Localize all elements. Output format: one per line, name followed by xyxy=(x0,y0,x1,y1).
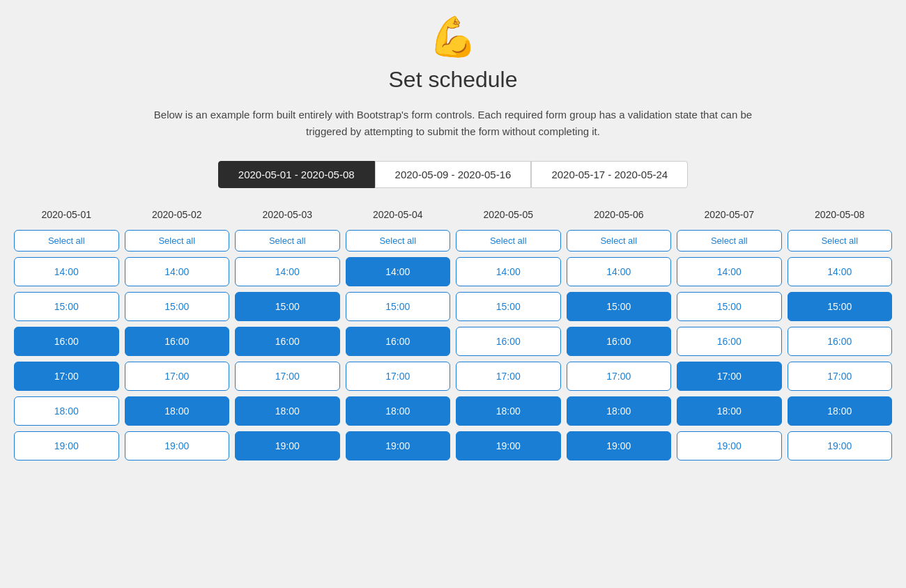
select-all-btn-4[interactable]: Select all xyxy=(456,230,561,252)
day-header-3: 2020-05-04 xyxy=(373,209,423,220)
time-btn-5-4[interactable]: 18:00 xyxy=(567,396,672,426)
time-btn-1-4[interactable]: 18:00 xyxy=(125,396,230,426)
day-header-0: 2020-05-01 xyxy=(41,209,91,220)
day-header-7: 2020-05-08 xyxy=(815,209,865,220)
select-all-btn-3[interactable]: Select all xyxy=(346,230,451,252)
time-btn-4-3[interactable]: 17:00 xyxy=(456,362,561,391)
time-btn-3-2[interactable]: 16:00 xyxy=(346,327,451,356)
select-all-btn-7[interactable]: Select all xyxy=(788,230,893,252)
tab-2[interactable]: 2020-05-17 - 2020-05-24 xyxy=(531,161,688,188)
select-all-btn-2[interactable]: Select all xyxy=(235,230,340,252)
day-column-1: 2020-05-02Select all14:0015:0016:0017:00… xyxy=(125,209,230,461)
day-column-2: 2020-05-03Select all14:0015:0016:0017:00… xyxy=(235,209,340,461)
time-btn-2-5[interactable]: 19:00 xyxy=(235,431,340,461)
time-btn-2-0[interactable]: 14:00 xyxy=(235,257,340,286)
time-btn-2-3[interactable]: 17:00 xyxy=(235,362,340,391)
time-btn-7-3[interactable]: 17:00 xyxy=(788,362,893,391)
time-btn-1-2[interactable]: 16:00 xyxy=(125,327,230,356)
time-btn-4-4[interactable]: 18:00 xyxy=(456,396,561,426)
time-btn-4-5[interactable]: 19:00 xyxy=(456,431,561,461)
time-btn-6-3[interactable]: 17:00 xyxy=(677,362,782,391)
time-btn-4-1[interactable]: 15:00 xyxy=(456,292,561,321)
select-all-btn-1[interactable]: Select all xyxy=(125,230,230,252)
day-header-5: 2020-05-06 xyxy=(594,209,644,220)
time-btn-7-0[interactable]: 14:00 xyxy=(788,257,893,286)
day-column-3: 2020-05-04Select all14:0015:0016:0017:00… xyxy=(346,209,451,461)
time-btn-1-3[interactable]: 17:00 xyxy=(125,362,230,391)
time-btn-5-2[interactable]: 16:00 xyxy=(567,327,672,356)
time-btn-3-3[interactable]: 17:00 xyxy=(346,362,451,391)
time-btn-3-4[interactable]: 18:00 xyxy=(346,396,451,426)
time-btn-3-5[interactable]: 19:00 xyxy=(346,431,451,461)
emoji-icon: 💪 xyxy=(14,14,892,60)
select-all-btn-0[interactable]: Select all xyxy=(14,230,119,252)
page-title: Set schedule xyxy=(14,67,892,93)
time-btn-6-2[interactable]: 16:00 xyxy=(677,327,782,356)
time-btn-0-3[interactable]: 17:00 xyxy=(14,362,119,391)
day-column-6: 2020-05-07Select all14:0015:0016:0017:00… xyxy=(677,209,782,461)
select-all-btn-5[interactable]: Select all xyxy=(567,230,672,252)
day-header-4: 2020-05-05 xyxy=(483,209,533,220)
day-column-5: 2020-05-06Select all14:0015:0016:0017:00… xyxy=(567,209,672,461)
time-btn-5-1[interactable]: 15:00 xyxy=(567,292,672,321)
header: 💪 Set schedule xyxy=(14,14,892,93)
time-btn-3-1[interactable]: 15:00 xyxy=(346,292,451,321)
time-btn-0-1[interactable]: 15:00 xyxy=(14,292,119,321)
description: Below is an example form built entirely … xyxy=(139,107,767,140)
time-btn-6-0[interactable]: 14:00 xyxy=(677,257,782,286)
time-btn-3-0[interactable]: 14:00 xyxy=(346,257,451,286)
day-column-0: 2020-05-01Select all14:0015:0016:0017:00… xyxy=(14,209,119,461)
time-btn-7-1[interactable]: 15:00 xyxy=(788,292,893,321)
tab-1[interactable]: 2020-05-09 - 2020-05-16 xyxy=(375,161,532,188)
time-btn-0-5[interactable]: 19:00 xyxy=(14,431,119,461)
time-btn-7-2[interactable]: 16:00 xyxy=(788,327,893,356)
time-btn-5-5[interactable]: 19:00 xyxy=(567,431,672,461)
time-btn-1-1[interactable]: 15:00 xyxy=(125,292,230,321)
day-column-7: 2020-05-08Select all14:0015:0016:0017:00… xyxy=(788,209,893,461)
time-btn-5-0[interactable]: 14:00 xyxy=(567,257,672,286)
time-btn-4-0[interactable]: 14:00 xyxy=(456,257,561,286)
time-btn-0-0[interactable]: 14:00 xyxy=(14,257,119,286)
time-btn-6-5[interactable]: 19:00 xyxy=(677,431,782,461)
time-btn-6-1[interactable]: 15:00 xyxy=(677,292,782,321)
time-btn-2-4[interactable]: 18:00 xyxy=(235,396,340,426)
select-all-btn-6[interactable]: Select all xyxy=(677,230,782,252)
day-header-6: 2020-05-07 xyxy=(704,209,754,220)
time-btn-7-4[interactable]: 18:00 xyxy=(788,396,893,426)
tab-bar: 2020-05-01 - 2020-05-082020-05-09 - 2020… xyxy=(14,161,892,188)
time-btn-1-5[interactable]: 19:00 xyxy=(125,431,230,461)
day-header-1: 2020-05-02 xyxy=(152,209,202,220)
time-btn-2-1[interactable]: 15:00 xyxy=(235,292,340,321)
time-btn-0-4[interactable]: 18:00 xyxy=(14,396,119,426)
time-btn-5-3[interactable]: 17:00 xyxy=(567,362,672,391)
tab-0[interactable]: 2020-05-01 - 2020-05-08 xyxy=(218,161,375,188)
time-btn-6-4[interactable]: 18:00 xyxy=(677,396,782,426)
page-wrapper: 💪 Set schedule Below is an example form … xyxy=(0,0,906,474)
time-btn-2-2[interactable]: 16:00 xyxy=(235,327,340,356)
day-column-4: 2020-05-05Select all14:0015:0016:0017:00… xyxy=(456,209,561,461)
day-header-2: 2020-05-03 xyxy=(262,209,312,220)
time-btn-1-0[interactable]: 14:00 xyxy=(125,257,230,286)
time-btn-0-2[interactable]: 16:00 xyxy=(14,327,119,356)
time-btn-4-2[interactable]: 16:00 xyxy=(456,327,561,356)
schedule-grid: 2020-05-01Select all14:0015:0016:0017:00… xyxy=(14,209,892,461)
time-btn-7-5[interactable]: 19:00 xyxy=(788,431,893,461)
